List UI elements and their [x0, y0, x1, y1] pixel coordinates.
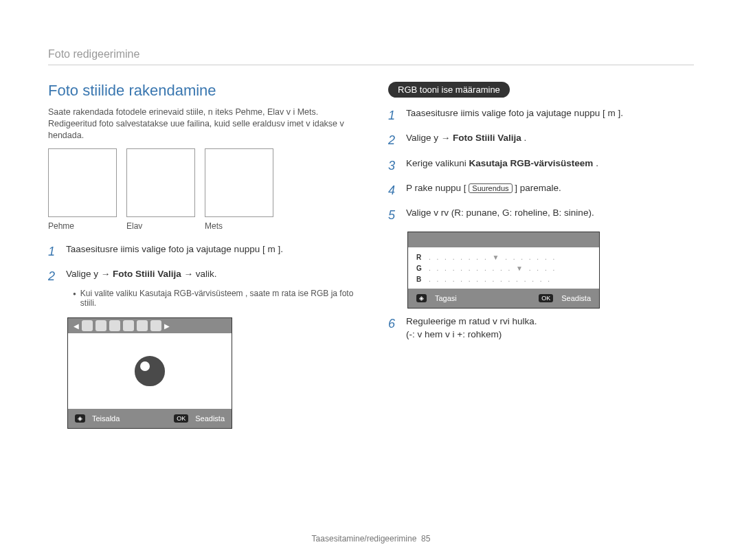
section-intro: Saate rakendada fotodele erinevaid stiil… [48, 107, 354, 142]
device-mode-bar: ◀ ▶ [68, 318, 232, 333]
step-number: 6 [388, 315, 399, 340]
footer-page-number: 85 [421, 534, 430, 544]
thumbnail-image [205, 148, 273, 217]
step-text-fragment: Kerige valikuni [406, 158, 469, 168]
right-column: RGB tooni ise määramine 1 Taasesitusre i… [388, 82, 694, 429]
device-footer: ◈ Tagasi OK Seadista [408, 289, 599, 308]
mode-icon [123, 320, 134, 331]
nav-key-icon: ◈ [75, 414, 85, 423]
step-number: 1 [388, 107, 399, 124]
style-thumbnails: Pehme Elav Mets [48, 148, 354, 231]
step-item: 3 Kerige valikuni Kasutaja RGB-värvisüst… [388, 157, 694, 174]
step-text-fragment: Valige y → [66, 269, 113, 279]
step-number: 5 [388, 207, 399, 223]
step-text: Valige v rv (R: punane, G: roheline, B: … [406, 207, 594, 223]
thumbnail-label: Pehme [48, 221, 117, 231]
step-item: 1 Taasesitusre iimis valige foto ja vaju… [48, 243, 354, 260]
step-text: Reguleerige m ratud v rvi hulka. (-: v h… [406, 315, 537, 340]
step-text-bold: Foto Stiili Valija [453, 133, 521, 143]
step-text-line: (-: v hem v i +: rohkem) [406, 328, 537, 341]
step-text: P rake nuppu [ Suurendus ] paremale. [406, 182, 561, 199]
step-text-fragment: P rake nuppu [ [406, 183, 469, 193]
step-item: 6 Reguleerige m ratud v rvi hulka. (-: v… [388, 315, 694, 340]
thumbnail-image [48, 148, 117, 217]
device-footer: ◈ Teisalda OK Seadista [68, 409, 232, 428]
rgb-channel-label: G [416, 265, 425, 272]
step-number: 1 [48, 243, 59, 260]
left-column: Foto stiilide rakendamine Saate rakendad… [48, 82, 354, 429]
step-text-fragment: → valik. [181, 269, 217, 279]
step-text: Taasesitusre iimis valige foto ja vajuta… [66, 243, 283, 260]
page-footer: Taasesitamine/redigeerimine 85 [0, 534, 742, 544]
step-sub-bullet: Kui valite valiku Kasutaja RGB-värvisüst… [73, 289, 354, 308]
step-text-line: Reguleerige m ratud v rvi hulka. [406, 315, 537, 328]
step-text: Valige y → Foto Stiili Valija → valik. [66, 268, 217, 284]
thumb-item: Elav [126, 148, 195, 231]
rgb-row-g: G. . . . . . . . . . . ▼ . . . . [416, 262, 591, 273]
rgb-device-preview: R. . . . . . . . ▼ . . . . . . . G. . . … [407, 232, 600, 309]
section-title: Foto stiilide rakendamine [48, 82, 354, 100]
subsection-pill: RGB tooni ise määramine [388, 82, 510, 98]
step-number: 2 [48, 268, 59, 284]
rgb-row-r: R. . . . . . . . ▼ . . . . . . . [416, 251, 591, 262]
device-left-label: Teisalda [92, 414, 120, 423]
thumb-item: Pehme [48, 148, 117, 231]
nav-key-icon: ◈ [416, 294, 427, 302]
device-body [68, 333, 232, 409]
step-text: Valige y → Foto Stiili Valija . [406, 132, 526, 148]
rgb-row-b: B. . . . . . . . . . . . . . . . [416, 273, 591, 284]
mode-icon [109, 320, 120, 331]
key-label: Suurendus [469, 183, 512, 193]
step-text-fragment: Valige y → [406, 133, 453, 143]
step-item: 4 P rake nuppu [ Suurendus ] paremale. [388, 182, 694, 199]
mode-icon [95, 320, 106, 331]
step-text-bold: Kasutaja RGB-värvisüsteem [469, 158, 594, 168]
step-item: 2 Valige y → Foto Stiili Valija → valik. [48, 268, 354, 284]
step-item: 2 Valige y → Foto Stiili Valija . [388, 132, 694, 148]
ok-key-icon: OK [539, 294, 553, 302]
thumb-item: Mets [205, 148, 273, 231]
bullet-text: Kui valite valiku Kasutaja RGB-värvisüst… [80, 289, 354, 308]
step-text-bold: Foto Stiili Valija [113, 269, 181, 279]
rgb-sliders: R. . . . . . . . ▼ . . . . . . . G. . . … [408, 247, 599, 289]
step-number: 3 [388, 157, 399, 174]
step-item: 1 Taasesitusre iimis valige foto ja vaju… [388, 107, 694, 124]
device-right-label: Seadista [195, 414, 225, 423]
page: Foto redigeerimine Foto stiilide rakenda… [0, 0, 742, 560]
rgb-channel-label: B [416, 276, 425, 283]
step-number: 4 [388, 182, 399, 199]
thumbnail-label: Mets [205, 221, 273, 231]
step-text: Taasesitusre iimis valige foto ja vajuta… [406, 107, 623, 124]
mode-icon [150, 320, 161, 331]
breadcrumb: Foto redigeerimine [48, 48, 694, 65]
step-text-fragment: . [521, 133, 527, 143]
two-column-layout: Foto stiilide rakendamine Saate rakendad… [48, 82, 694, 429]
device-mode-bar [408, 232, 599, 247]
step-text: Kerige valikuni Kasutaja RGB-värvisüstee… [406, 157, 598, 174]
style-preview-icon [135, 356, 165, 386]
thumbnail-label: Elav [126, 221, 195, 231]
device-preview: ◀ ▶ ◈ Teisalda [67, 317, 232, 429]
footer-section: Taasesitamine/redigeerimine [312, 534, 417, 544]
thumbnail-image [126, 148, 195, 217]
step-text-fragment: . [593, 158, 598, 168]
rgb-channel-label: R [416, 254, 425, 261]
mode-icon [137, 320, 148, 331]
step-item: 5 Valige v rv (R: punane, G: roheline, B… [388, 207, 694, 223]
left-steps: 1 Taasesitusre iimis valige foto ja vaju… [48, 243, 354, 429]
step-number: 2 [388, 132, 399, 148]
step-text-fragment: ] paremale. [513, 183, 561, 193]
device-left-label: Tagasi [435, 294, 457, 302]
mode-icon [82, 320, 93, 331]
device-right-label: Seadista [561, 294, 591, 302]
ok-key-icon: OK [174, 414, 188, 423]
